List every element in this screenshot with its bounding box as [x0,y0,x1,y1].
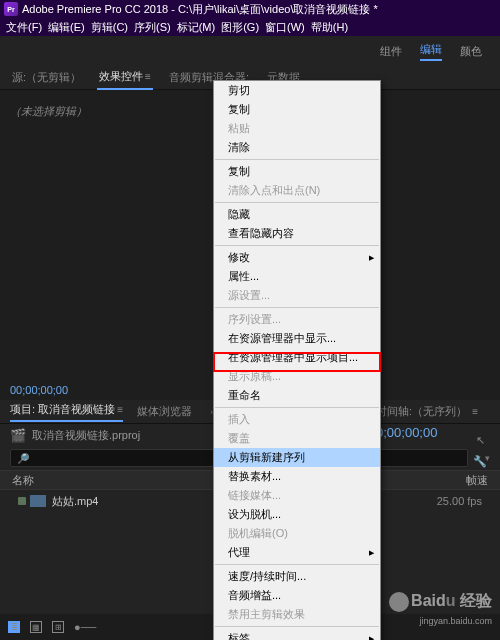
context-item: 禁用主剪辑效果 [214,605,380,624]
tool-column: ↖ 🔧 [460,434,500,468]
context-item[interactable]: 清除 [214,138,380,157]
context-item[interactable]: 从剪辑新建序列 [214,448,380,467]
clip-context-menu: 剪切复制粘贴清除复制清除入点和出点(N)隐藏查看隐藏内容修改属性...源设置..… [213,80,381,640]
context-item[interactable]: 在资源管理器中显示... [214,329,380,348]
project-icon: 🎬 [10,428,26,443]
titlebar-text: Adobe Premiere Pro CC 2018 - C:\用户\likai… [22,2,378,17]
workspace-tab-editing[interactable]: 编辑 [420,42,442,61]
workspace-tabs: 组件 编辑 颜色 [0,36,500,66]
watermark: Baidu 经验 [389,591,492,612]
label-color-swatch [18,497,26,505]
context-item: 插入 [214,410,380,429]
context-item: 脱机编辑(O) [214,524,380,543]
context-item[interactable]: 标签 [214,629,380,640]
context-item[interactable]: 隐藏 [214,205,380,224]
clip-thumbnail-icon [30,495,46,507]
context-item[interactable]: 速度/持续时间... [214,567,380,586]
menu-graphics[interactable]: 图形(G) [219,20,261,35]
context-item: 覆盖 [214,429,380,448]
context-item[interactable]: 属性... [214,267,380,286]
wrench-tool-icon[interactable]: 🔧 [473,455,487,468]
context-item[interactable]: 设为脱机... [214,505,380,524]
context-item[interactable]: 在资源管理器中显示项目... [214,348,380,367]
context-item[interactable]: 替换素材... [214,467,380,486]
watermark-url: jingyan.baidu.com [419,616,492,626]
tab-source[interactable]: 源:（无剪辑） [10,66,83,89]
tab-effect-controls[interactable]: 效果控件≡ [97,65,153,90]
selection-tool-icon[interactable]: ↖ [476,434,485,447]
context-item[interactable]: 剪切 [214,81,380,100]
playhead-timecode[interactable]: 00;00;00;00 [10,384,68,396]
titlebar: Pr Adobe Premiere Pro CC 2018 - C:\用户\li… [0,0,500,18]
context-item: 链接媒体... [214,486,380,505]
context-item: 粘贴 [214,119,380,138]
panel-menu-icon[interactable]: ≡ [145,71,151,82]
tab-project[interactable]: 项目: 取消音视频链接≡ [10,402,123,422]
clip-name: 姑姑.mp4 [52,494,98,509]
icon-view-icon[interactable]: ▦ [30,621,42,633]
baidu-paw-icon [389,592,409,612]
menu-clip[interactable]: 剪辑(C) [89,20,130,35]
context-item[interactable]: 重命名 [214,386,380,405]
context-item: 清除入点和出点(N) [214,181,380,200]
freeform-view-icon[interactable]: ⊞ [52,621,64,633]
menubar: 文件(F) 编辑(E) 剪辑(C) 序列(S) 标记(M) 图形(G) 窗口(W… [0,18,500,36]
context-item[interactable]: 查看隐藏内容 [214,224,380,243]
context-item[interactable]: 复制 [214,162,380,181]
tab-media-browser[interactable]: 媒体浏览器 [137,404,192,419]
menu-sequence[interactable]: 序列(S) [132,20,173,35]
menu-file[interactable]: 文件(F) [4,20,44,35]
menu-marker[interactable]: 标记(M) [175,20,218,35]
clip-fps: 25.00 fps [437,495,482,507]
context-item: 显示原稿... [214,367,380,386]
app-logo-icon: Pr [4,2,18,16]
context-item[interactable]: 代理 [214,543,380,562]
panel-menu-icon[interactable]: ≡ [117,404,123,415]
menu-help[interactable]: 帮助(H) [309,20,350,35]
zoom-slider-icon[interactable]: ●── [74,621,96,633]
workspace-tab-color[interactable]: 颜色 [460,44,482,59]
workspace-tab-assembly[interactable]: 组件 [380,44,402,59]
context-item[interactable]: 复制 [214,100,380,119]
context-item[interactable]: 音频增益... [214,586,380,605]
menu-edit[interactable]: 编辑(E) [46,20,87,35]
context-item: 序列设置... [214,310,380,329]
menu-window[interactable]: 窗口(W) [263,20,307,35]
list-view-icon[interactable]: ≣ [8,621,20,633]
context-item[interactable]: 修改 [214,248,380,267]
project-filename: 取消音视频链接.prproj [32,428,140,443]
context-item: 源设置... [214,286,380,305]
